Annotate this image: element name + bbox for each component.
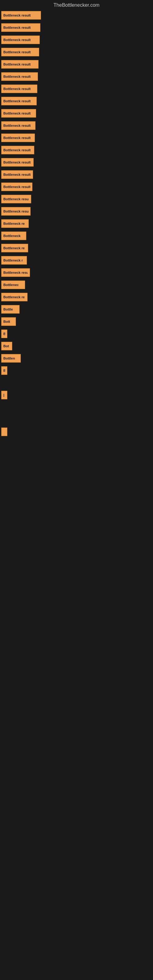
bottleneck-bar[interactable]: Bottleneck re xyxy=(1,244,28,252)
list-item: Bottleneck result xyxy=(0,95,153,107)
bottleneck-label: Bottleneck result xyxy=(3,161,30,164)
list-item: B xyxy=(0,364,153,377)
bottleneck-bar[interactable]: Bottleneck result xyxy=(1,35,40,44)
bottleneck-label: Bottleneck re xyxy=(3,222,25,225)
bottleneck-bar[interactable]: Bottleneck result xyxy=(1,183,32,191)
list-item: Bottleneck result xyxy=(0,156,153,169)
list-item: Bottleneck xyxy=(0,230,153,242)
bottleneck-bar[interactable]: Bottleneck xyxy=(1,232,26,240)
bottleneck-label: B xyxy=(3,369,5,372)
bottleneck-list: Bottleneck resultBottleneck resultBottle… xyxy=(0,9,153,438)
list-item: Bottleneck result xyxy=(0,132,153,144)
list-item: Bottleneck result xyxy=(0,34,153,46)
bottleneck-label: Bottle xyxy=(3,307,13,311)
list-item: Bottleneck r xyxy=(0,254,153,266)
bottleneck-label: Bot xyxy=(3,344,9,348)
list-item: Bottleneck re xyxy=(0,291,153,303)
list-item: Bott xyxy=(0,315,153,328)
list-item: | xyxy=(0,389,153,401)
bottleneck-label: Bottleneck result xyxy=(3,62,30,66)
bottleneck-bar[interactable]: Bottleneck result xyxy=(1,170,33,179)
list-item: Bottlenec xyxy=(0,279,153,291)
bottleneck-bar[interactable]: Bottleneck result xyxy=(1,158,33,167)
list-item: Bottleneck result xyxy=(0,21,153,34)
list-item: Bottlen xyxy=(0,352,153,364)
bottleneck-label: Bottleneck resu xyxy=(3,271,28,274)
bottleneck-bar[interactable]: Bottleneck result xyxy=(1,11,41,20)
bottleneck-label: Bottleneck resu xyxy=(3,197,29,201)
bottleneck-bar[interactable]: Bottleneck result xyxy=(1,84,37,93)
bottleneck-label: | xyxy=(3,393,4,397)
list-item: Bottle xyxy=(0,303,153,315)
bottleneck-bar[interactable]: Bottleneck result xyxy=(1,60,38,68)
bottleneck-label: Bottlen xyxy=(3,356,15,360)
bottleneck-bar[interactable]: Bottlenec xyxy=(1,280,25,289)
bottleneck-label: Bottleneck result xyxy=(3,111,30,115)
list-item xyxy=(0,414,153,420)
list-item: B xyxy=(0,328,153,340)
bottleneck-bar[interactable]: Bottleneck re xyxy=(1,219,29,228)
bottleneck-bar[interactable]: Bottleneck result xyxy=(1,146,34,154)
bottleneck-bar[interactable]: Bottleneck result xyxy=(1,23,40,32)
bottleneck-label: Bottleneck result xyxy=(3,210,29,213)
bottleneck-bar-small[interactable] xyxy=(1,428,7,436)
list-item: Bottleneck re xyxy=(0,242,153,254)
list-item: Bottleneck result xyxy=(0,107,153,119)
bottleneck-bar[interactable]: Bottleneck result xyxy=(1,109,36,118)
list-item: Bot xyxy=(0,340,153,352)
bottleneck-label: Bottleneck xyxy=(3,234,21,238)
bottleneck-label: Bottleneck result xyxy=(3,13,30,17)
bottleneck-label: Bottleneck result xyxy=(3,173,30,177)
bottleneck-label: Bottleneck result xyxy=(3,99,30,103)
list-item: Bottleneck re xyxy=(0,218,153,230)
bottleneck-label: Bottleneck result xyxy=(3,136,30,140)
list-item: Bottleneck result xyxy=(0,58,153,70)
list-item xyxy=(0,426,153,438)
bottleneck-label: Bottleneck result xyxy=(3,50,30,54)
bottleneck-bar[interactable]: Bottleneck result xyxy=(1,97,37,105)
list-item: Bottleneck resu xyxy=(0,193,153,205)
bottleneck-label: Bottleneck result xyxy=(3,185,30,189)
list-item: Bottleneck result xyxy=(0,46,153,58)
bottleneck-label: Bottleneck result xyxy=(3,75,30,78)
bottleneck-bar[interactable]: Bottleneck result xyxy=(1,48,39,56)
bottleneck-bar[interactable]: Bott xyxy=(1,317,16,326)
bottleneck-label: Bottleneck re xyxy=(3,295,25,299)
bottleneck-bar[interactable]: B xyxy=(1,366,7,375)
list-item: Bottleneck result xyxy=(0,144,153,156)
bottleneck-label: Bottleneck result xyxy=(3,124,30,127)
bottleneck-label: Bottleneck result xyxy=(3,87,30,91)
bottleneck-bar[interactable]: Bottlen xyxy=(1,354,21,363)
bottleneck-label: Bottleneck r xyxy=(3,258,23,262)
bottleneck-bar[interactable]: Bottleneck result xyxy=(1,134,35,142)
bottleneck-bar[interactable]: Bottleneck resu xyxy=(1,195,31,204)
site-header: TheBottlenecker.com xyxy=(0,0,153,9)
list-item xyxy=(0,407,153,414)
bottleneck-bar[interactable]: Bottle xyxy=(1,305,19,313)
bottleneck-label: B xyxy=(3,332,5,336)
bottleneck-bar[interactable]: Bot xyxy=(1,342,12,350)
bottleneck-bar[interactable]: Bottleneck resu xyxy=(1,268,30,277)
list-item: Bottleneck result xyxy=(0,70,153,83)
list-item xyxy=(0,420,153,426)
bottleneck-bar[interactable]: | xyxy=(1,391,7,399)
list-item: Bottleneck result xyxy=(0,181,153,193)
bottleneck-bar[interactable]: Bottleneck result xyxy=(1,72,38,81)
list-item xyxy=(0,401,153,407)
bottleneck-bar[interactable]: Bottleneck r xyxy=(1,256,27,265)
list-item: Bottleneck result xyxy=(0,169,153,181)
bottleneck-bar[interactable]: B xyxy=(1,329,7,338)
bottleneck-label: Bott xyxy=(3,320,10,323)
list-item: Bottleneck result xyxy=(0,83,153,95)
bottleneck-label: Bottleneck result xyxy=(3,148,30,152)
bottleneck-label: Bottleneck re xyxy=(3,246,25,250)
bottleneck-bar[interactable]: Bottleneck result xyxy=(1,207,30,216)
list-item xyxy=(0,377,153,383)
bottleneck-label: Bottleneck result xyxy=(3,26,30,29)
bottleneck-label: Bottlenec xyxy=(3,283,19,286)
list-item: Bottleneck result xyxy=(0,9,153,21)
bottleneck-bar[interactable]: Bottleneck re xyxy=(1,293,27,301)
bottleneck-label: Bottleneck result xyxy=(3,38,30,41)
list-item: Bottleneck result xyxy=(0,119,153,132)
bottleneck-bar[interactable]: Bottleneck result xyxy=(1,121,35,130)
